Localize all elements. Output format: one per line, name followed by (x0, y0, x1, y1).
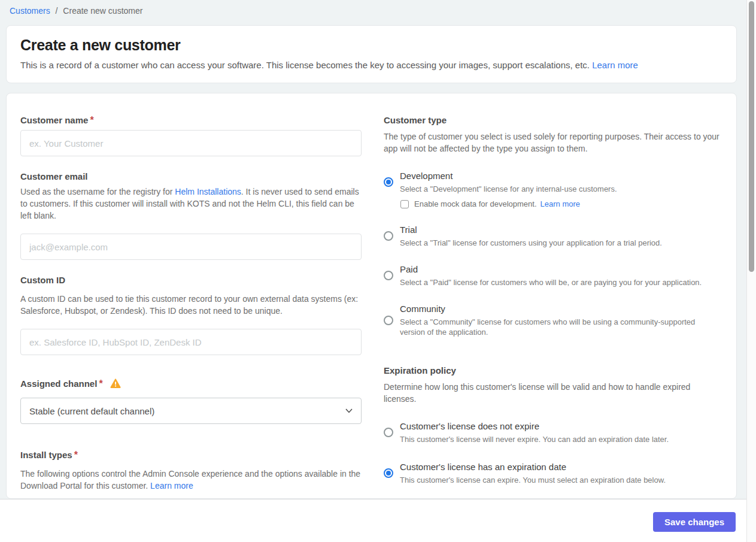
development-option-label[interactable]: Development (400, 170, 617, 181)
helm-installations-link[interactable]: Helm Installations (175, 187, 241, 196)
expiration-option-never: Customer's license does not expire This … (384, 420, 721, 444)
page-title: Create a new customer (20, 36, 722, 54)
trial-radio[interactable] (384, 231, 393, 241)
breadcrumb: Customers / Create new customer (10, 6, 142, 16)
header-learn-more-link[interactable]: Learn more (592, 60, 638, 70)
required-asterisk: * (74, 450, 78, 460)
assigned-channel-group: Assigned channel* Stable (current defaul… (20, 378, 362, 424)
form-right-column: Customer type The type of customer you s… (384, 114, 721, 485)
customer-type-description: The type of customer you select is used … (384, 131, 721, 155)
license-expiration-date-label[interactable]: Customer's license has an expiration dat… (400, 461, 666, 473)
customer-email-description-before: Used as the username for the registry fo… (20, 187, 175, 196)
install-types-description: The following options control the Admin … (20, 468, 362, 492)
mock-data-learn-more-link[interactable]: Learn more (541, 199, 580, 208)
expiration-policy-options: Customer's license does not expire This … (384, 420, 721, 485)
customer-type-option-paid: Paid Select a "Paid" license for custome… (384, 264, 721, 287)
required-asterisk: * (99, 379, 102, 389)
development-radio[interactable] (384, 177, 393, 187)
paid-option-description: Select a "Paid" license for customers wh… (400, 277, 702, 287)
mock-data-row: Enable mock data for development. Learn … (400, 199, 721, 208)
chevron-down-icon (345, 408, 353, 413)
custom-id-group: Custom ID A custom ID can be used to tie… (20, 274, 362, 355)
customer-email-input[interactable] (20, 234, 362, 260)
customer-email-group: Customer email Used as the username for … (20, 171, 362, 260)
license-never-expires-label[interactable]: Customer's license does not expire (400, 420, 669, 432)
customer-type-option-development: Development Select a "Development" licen… (384, 170, 721, 208)
community-option-description: Select a "Community" license for custome… (400, 317, 721, 337)
customer-type-options: Development Select a "Development" licen… (384, 170, 721, 337)
scrollbar-thumb[interactable] (749, 1, 754, 272)
license-expiration-date-description: This customer's license can expire. You … (400, 475, 666, 485)
community-radio[interactable] (384, 316, 393, 325)
paid-option-label[interactable]: Paid (400, 264, 702, 275)
create-customer-form-card: Customer name* Customer email Used as th… (6, 93, 737, 499)
breadcrumb-link-customers[interactable]: Customers (10, 6, 50, 16)
scrollbar-track[interactable] (746, 0, 756, 542)
trial-option-label[interactable]: Trial (400, 224, 662, 235)
install-types-label: Install types (20, 450, 72, 460)
custom-id-label: Custom ID (20, 275, 65, 285)
page-header-card: Create a new customer This is a record o… (6, 25, 737, 83)
page-description: This is a record of a customer who can a… (20, 60, 722, 70)
community-option-label[interactable]: Community (400, 303, 721, 314)
expiration-policy-label: Expiration policy (384, 365, 456, 376)
license-never-expires-description: This customer's license will never expir… (400, 434, 669, 444)
mock-data-checkbox[interactable] (400, 200, 409, 208)
required-asterisk: * (90, 115, 93, 125)
customer-email-description: Used as the username for the registry fo… (20, 186, 362, 222)
form-footer-bar: Save changes (0, 499, 746, 542)
breadcrumb-separator: / (56, 6, 58, 16)
warning-icon (110, 379, 121, 388)
customer-type-option-trial: Trial Select a "Trial" license for custo… (384, 224, 721, 248)
expiration-policy-description: Determine how long this customer's licen… (384, 381, 721, 405)
customer-type-group: Customer type The type of customer you s… (384, 114, 721, 337)
customer-name-input[interactable] (20, 130, 362, 156)
assigned-channel-selected-value: Stable (current default channel) (29, 406, 154, 416)
customer-type-label: Customer type (384, 115, 447, 125)
form-left-column: Customer name* Customer email Used as th… (20, 114, 362, 492)
customer-name-label: Customer name (20, 115, 88, 125)
expiration-policy-group: Expiration policy Determine how long thi… (384, 365, 721, 485)
development-option-description: Select a "Development" license for any i… (400, 184, 617, 194)
breadcrumb-current: Create new customer (63, 6, 142, 16)
assigned-channel-select[interactable]: Stable (current default channel) (20, 398, 362, 424)
custom-id-description: A custom ID can be used to tie this cust… (20, 293, 362, 317)
customer-name-group: Customer name* (20, 114, 362, 156)
custom-id-input[interactable] (20, 329, 362, 355)
customer-email-label: Customer email (20, 171, 88, 181)
customer-type-option-community: Community Select a "Community" license f… (384, 303, 721, 337)
install-types-learn-more-link[interactable]: Learn more (150, 481, 193, 490)
license-never-expires-radio[interactable] (384, 428, 393, 437)
trial-option-description: Select a "Trial" license for customers u… (400, 238, 662, 248)
page-description-text: This is a record of a customer who can a… (20, 60, 590, 70)
save-changes-button[interactable]: Save changes (653, 512, 736, 532)
expiration-option-has-date: Customer's license has an expiration dat… (384, 461, 721, 485)
license-expiration-date-radio[interactable] (384, 468, 393, 478)
install-types-group: Install types* The following options con… (20, 449, 362, 492)
mock-data-checkbox-label[interactable]: Enable mock data for development. (414, 199, 537, 208)
assigned-channel-label: Assigned channel (20, 379, 97, 389)
paid-radio[interactable] (384, 271, 393, 280)
